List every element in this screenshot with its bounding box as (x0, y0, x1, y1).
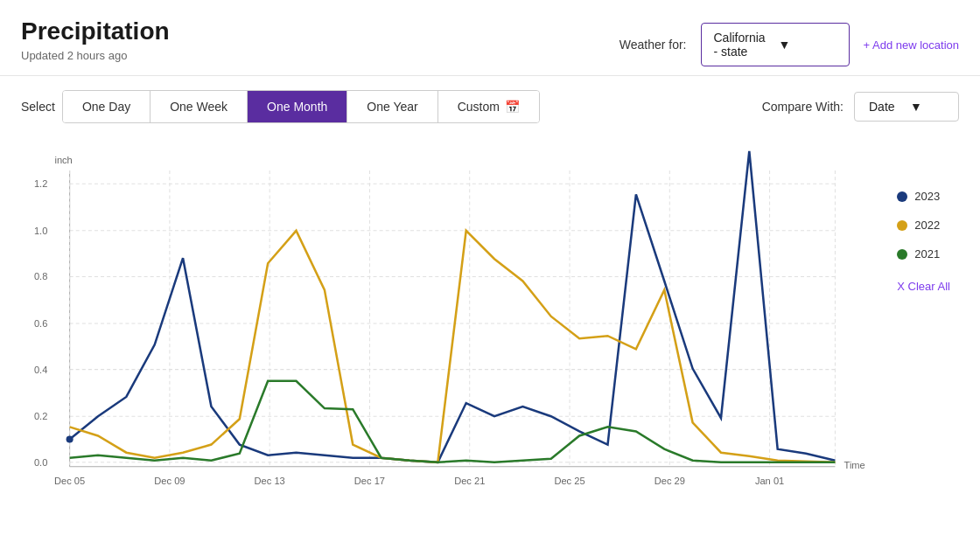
svg-text:Dec 13: Dec 13 (255, 476, 285, 486)
svg-text:Time: Time (844, 460, 865, 470)
legend-dot-2021 (897, 249, 907, 260)
tab-one-month[interactable]: One Month (248, 91, 347, 122)
series-2021 (70, 381, 836, 462)
chart-legend: 2023 2022 2021 X Clear All (897, 190, 950, 293)
chart-svg: .grid-line { stroke: #e0e0e0; stroke-wid… (21, 137, 959, 504)
legend-dot-2022 (897, 220, 907, 231)
header-right: Weather for: California - state ▼ + Add … (620, 23, 959, 66)
svg-text:0.2: 0.2 (34, 411, 47, 421)
legend-label-2021: 2021 (914, 247, 940, 261)
y-axis-label: inch (54, 155, 72, 165)
compare-section: Compare With: Date ▼ (762, 92, 959, 122)
page-title: Precipitation (21, 17, 170, 45)
updated-text: Updated 2 hours ago (21, 49, 170, 62)
add-location-link[interactable]: + Add new location (864, 38, 960, 52)
page: Precipitation Updated 2 hours ago Weathe… (0, 0, 980, 556)
legend-item-2023: 2023 (897, 190, 950, 203)
compare-label: Compare With: (762, 100, 844, 114)
series-2023-start-dot (66, 435, 74, 442)
svg-text:1.0: 1.0 (34, 226, 47, 236)
clear-all-button[interactable]: X Clear All (897, 280, 950, 293)
svg-text:0.8: 0.8 (34, 271, 47, 281)
series-2023 (70, 151, 836, 462)
compare-date-value: Date (869, 100, 903, 114)
location-dropdown-arrow-icon: ▼ (779, 38, 836, 52)
select-label: Select (21, 100, 55, 114)
calendar-icon: 📅 (505, 100, 520, 114)
legend-dot-2023 (897, 191, 907, 202)
title-section: Precipitation Updated 2 hours ago (21, 17, 170, 62)
tab-one-year[interactable]: One Year (347, 91, 438, 122)
time-tabs: One Day One Week One Month One Year Cust… (62, 90, 540, 123)
chart-container: .grid-line { stroke: #e0e0e0; stroke-wid… (21, 137, 959, 504)
svg-text:Dec 29: Dec 29 (654, 476, 685, 486)
legend-item-2022: 2022 (897, 219, 950, 232)
location-dropdown[interactable]: California - state ▼ (701, 23, 850, 66)
svg-text:1.2: 1.2 (34, 178, 47, 189)
svg-text:Dec 21: Dec 21 (454, 476, 485, 486)
tab-custom[interactable]: Custom 📅 (438, 91, 539, 122)
weather-for-label: Weather for: (620, 38, 687, 52)
compare-dropdown-arrow-icon: ▼ (910, 100, 944, 114)
svg-text:Jan 01: Jan 01 (755, 476, 784, 486)
legend-item-2021: 2021 (897, 247, 950, 261)
legend-label-2022: 2022 (914, 219, 940, 232)
svg-text:Dec 17: Dec 17 (354, 476, 385, 486)
svg-text:Dec 05: Dec 05 (54, 476, 85, 486)
location-value: California - state (714, 31, 772, 59)
controls-bar: Select One Day One Week One Month One Ye… (0, 76, 980, 137)
svg-text:Dec 09: Dec 09 (154, 476, 185, 486)
tab-one-week[interactable]: One Week (150, 91, 248, 122)
legend-label-2023: 2023 (914, 190, 940, 203)
svg-text:Dec 25: Dec 25 (554, 476, 584, 486)
chart-area: .grid-line { stroke: #e0e0e0; stroke-wid… (0, 137, 980, 513)
svg-text:0.4: 0.4 (34, 365, 47, 375)
header: Precipitation Updated 2 hours ago Weathe… (0, 0, 980, 75)
compare-date-dropdown[interactable]: Date ▼ (854, 92, 959, 122)
tab-one-day[interactable]: One Day (63, 91, 150, 122)
svg-text:0.0: 0.0 (34, 457, 47, 468)
svg-text:0.6: 0.6 (34, 318, 47, 329)
